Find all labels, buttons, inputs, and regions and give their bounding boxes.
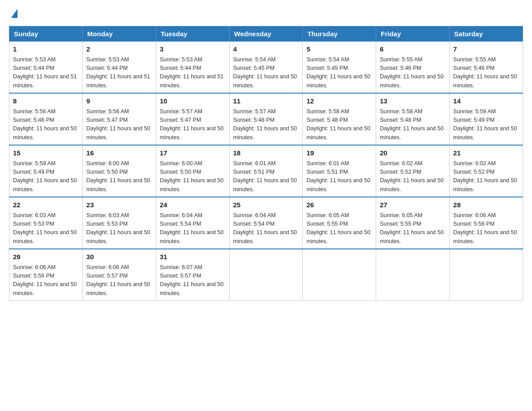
day-number: 3 [160, 44, 226, 55]
calendar-header-row: SundayMondayTuesdayWednesdayThursdayFrid… [9, 26, 523, 42]
calendar-day-cell: 8Sunrise: 5:56 AMSunset: 5:46 PMDaylight… [9, 93, 83, 145]
day-number: 9 [86, 96, 152, 107]
logo-blue-text [9, 9, 17, 19]
day-number: 19 [306, 148, 372, 158]
day-number: 2 [86, 44, 152, 55]
day-detail: Sunrise: 6:00 AMSunset: 5:50 PMDaylight:… [160, 160, 223, 193]
day-detail: Sunrise: 5:57 AMSunset: 5:48 PMDaylight:… [233, 108, 297, 141]
calendar-day-cell: 29Sunrise: 6:06 AMSunset: 5:56 PMDayligh… [9, 249, 83, 301]
day-detail: Sunrise: 5:57 AMSunset: 5:47 PMDaylight:… [160, 108, 223, 141]
day-detail: Sunrise: 5:53 AMSunset: 5:44 PMDaylight:… [13, 56, 77, 89]
day-number: 1 [13, 44, 79, 55]
day-of-week-header: Friday [376, 26, 450, 42]
day-detail: Sunrise: 6:07 AMSunset: 5:57 PMDaylight:… [160, 264, 223, 296]
calendar-day-cell: 27Sunrise: 6:05 AMSunset: 5:55 PMDayligh… [376, 197, 450, 249]
day-detail: Sunrise: 6:02 AMSunset: 5:52 PMDaylight:… [380, 160, 443, 193]
day-detail: Sunrise: 6:05 AMSunset: 5:55 PMDaylight:… [306, 212, 370, 244]
calendar-day-cell: 9Sunrise: 5:56 AMSunset: 5:47 PMDaylight… [82, 93, 156, 145]
calendar-day-cell [229, 249, 303, 301]
day-number: 8 [13, 96, 79, 107]
day-detail: Sunrise: 5:58 AMSunset: 5:48 PMDaylight:… [306, 108, 370, 141]
calendar-day-cell: 16Sunrise: 6:00 AMSunset: 5:50 PMDayligh… [82, 145, 156, 197]
day-number: 27 [380, 200, 446, 210]
logo [9, 9, 17, 19]
calendar-day-cell: 21Sunrise: 6:02 AMSunset: 5:52 PMDayligh… [450, 145, 523, 197]
day-of-week-header: Sunday [9, 26, 83, 42]
day-number: 25 [233, 200, 299, 210]
day-number: 15 [13, 148, 79, 158]
day-detail: Sunrise: 5:53 AMSunset: 5:44 PMDaylight:… [160, 56, 223, 89]
day-number: 21 [453, 148, 519, 158]
calendar-week-row: 29Sunrise: 6:06 AMSunset: 5:56 PMDayligh… [9, 249, 523, 301]
calendar-week-row: 1Sunrise: 5:53 AMSunset: 5:44 PMDaylight… [9, 42, 523, 94]
day-detail: Sunrise: 6:03 AMSunset: 5:53 PMDaylight:… [13, 212, 77, 244]
calendar-day-cell: 2Sunrise: 5:53 AMSunset: 5:44 PMDaylight… [82, 42, 156, 94]
day-detail: Sunrise: 6:06 AMSunset: 5:56 PMDaylight:… [13, 264, 77, 296]
day-detail: Sunrise: 5:54 AMSunset: 5:45 PMDaylight:… [233, 56, 297, 89]
day-detail: Sunrise: 6:03 AMSunset: 5:53 PMDaylight:… [86, 212, 150, 244]
day-number: 18 [233, 148, 299, 158]
day-detail: Sunrise: 6:00 AMSunset: 5:50 PMDaylight:… [86, 160, 150, 193]
day-number: 22 [13, 200, 79, 210]
calendar-day-cell: 28Sunrise: 6:06 AMSunset: 5:56 PMDayligh… [450, 197, 523, 249]
day-number: 28 [453, 200, 519, 210]
calendar-day-cell: 11Sunrise: 5:57 AMSunset: 5:48 PMDayligh… [229, 93, 303, 145]
logo-triangle-icon [11, 9, 17, 18]
day-detail: Sunrise: 6:06 AMSunset: 5:57 PMDaylight:… [86, 264, 150, 296]
calendar-day-cell: 1Sunrise: 5:53 AMSunset: 5:44 PMDaylight… [9, 42, 83, 94]
calendar-day-cell: 15Sunrise: 5:59 AMSunset: 5:49 PMDayligh… [9, 145, 83, 197]
day-detail: Sunrise: 5:55 AMSunset: 5:46 PMDaylight:… [380, 56, 443, 89]
day-number: 30 [86, 252, 152, 262]
calendar-week-row: 8Sunrise: 5:56 AMSunset: 5:46 PMDaylight… [9, 93, 523, 145]
day-detail: Sunrise: 5:59 AMSunset: 5:49 PMDaylight:… [13, 160, 77, 193]
day-number: 6 [380, 44, 446, 55]
day-detail: Sunrise: 6:01 AMSunset: 5:51 PMDaylight:… [233, 160, 297, 193]
calendar-day-cell: 5Sunrise: 5:54 AMSunset: 5:45 PMDaylight… [303, 42, 376, 94]
day-detail: Sunrise: 6:05 AMSunset: 5:55 PMDaylight:… [380, 212, 443, 244]
page-header [9, 9, 523, 19]
calendar-day-cell: 6Sunrise: 5:55 AMSunset: 5:46 PMDaylight… [376, 42, 450, 94]
day-number: 13 [380, 96, 446, 107]
calendar-day-cell [376, 249, 450, 301]
calendar-day-cell [450, 249, 523, 301]
day-detail: Sunrise: 5:53 AMSunset: 5:44 PMDaylight:… [86, 56, 150, 89]
day-detail: Sunrise: 6:01 AMSunset: 5:51 PMDaylight:… [306, 160, 370, 193]
day-number: 20 [380, 148, 446, 158]
calendar-day-cell: 24Sunrise: 6:04 AMSunset: 5:54 PMDayligh… [156, 197, 229, 249]
day-number: 12 [306, 96, 372, 107]
calendar-day-cell: 19Sunrise: 6:01 AMSunset: 5:51 PMDayligh… [303, 145, 376, 197]
calendar-day-cell: 18Sunrise: 6:01 AMSunset: 5:51 PMDayligh… [229, 145, 303, 197]
calendar-day-cell: 4Sunrise: 5:54 AMSunset: 5:45 PMDaylight… [229, 42, 303, 94]
calendar-day-cell: 13Sunrise: 5:58 AMSunset: 5:48 PMDayligh… [376, 93, 450, 145]
day-number: 5 [306, 44, 372, 55]
calendar-week-row: 22Sunrise: 6:03 AMSunset: 5:53 PMDayligh… [9, 197, 523, 249]
calendar-week-row: 15Sunrise: 5:59 AMSunset: 5:49 PMDayligh… [9, 145, 523, 197]
day-detail: Sunrise: 6:04 AMSunset: 5:54 PMDaylight:… [160, 212, 223, 244]
calendar-day-cell: 20Sunrise: 6:02 AMSunset: 5:52 PMDayligh… [376, 145, 450, 197]
day-detail: Sunrise: 5:54 AMSunset: 5:45 PMDaylight:… [306, 56, 370, 89]
calendar-day-cell: 17Sunrise: 6:00 AMSunset: 5:50 PMDayligh… [156, 145, 229, 197]
day-number: 10 [160, 96, 226, 107]
day-detail: Sunrise: 5:56 AMSunset: 5:46 PMDaylight:… [13, 108, 77, 141]
calendar-day-cell: 31Sunrise: 6:07 AMSunset: 5:57 PMDayligh… [156, 249, 229, 301]
day-number: 4 [233, 44, 299, 55]
day-detail: Sunrise: 5:58 AMSunset: 5:48 PMDaylight:… [380, 108, 443, 141]
day-number: 26 [306, 200, 372, 210]
calendar-day-cell [303, 249, 376, 301]
calendar-day-cell: 3Sunrise: 5:53 AMSunset: 5:44 PMDaylight… [156, 42, 229, 94]
day-number: 11 [233, 96, 299, 107]
day-number: 17 [160, 148, 226, 158]
calendar-day-cell: 30Sunrise: 6:06 AMSunset: 5:57 PMDayligh… [82, 249, 156, 301]
calendar-day-cell: 25Sunrise: 6:04 AMSunset: 5:54 PMDayligh… [229, 197, 303, 249]
day-number: 14 [453, 96, 519, 107]
day-number: 7 [453, 44, 519, 55]
day-number: 24 [160, 200, 226, 210]
day-number: 29 [13, 252, 79, 262]
day-of-week-header: Saturday [450, 26, 523, 42]
day-of-week-header: Wednesday [229, 26, 303, 42]
day-detail: Sunrise: 6:06 AMSunset: 5:56 PMDaylight:… [453, 212, 517, 244]
day-of-week-header: Monday [82, 26, 156, 42]
calendar-day-cell: 7Sunrise: 5:55 AMSunset: 5:46 PMDaylight… [450, 42, 523, 94]
day-number: 23 [86, 200, 152, 210]
calendar-day-cell: 26Sunrise: 6:05 AMSunset: 5:55 PMDayligh… [303, 197, 376, 249]
